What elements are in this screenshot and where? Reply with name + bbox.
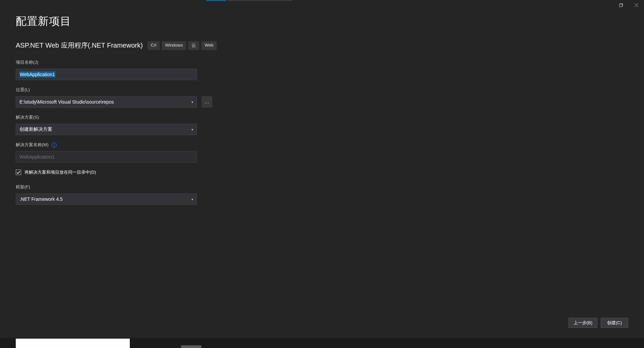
tag-cloud: 云 (188, 41, 199, 50)
restore-icon (619, 3, 623, 7)
solution-name-group: 解决方案名称(M) i (16, 142, 628, 163)
project-name-group: 项目名称(J) WebApplication1 (16, 59, 628, 80)
taskbar (0, 338, 644, 348)
project-tags: C# Windows 云 Web (148, 41, 217, 50)
create-button[interactable]: 创建(C) (601, 318, 628, 328)
tag-web: Web (201, 41, 217, 50)
svg-rect-1 (619, 4, 622, 7)
same-dir-row: 将解决方案和项目放在同一目录中(D) (16, 169, 628, 175)
location-combo[interactable]: E:\study\Microsoft Visual Studio\source\… (16, 96, 197, 108)
close-button[interactable] (629, 0, 644, 10)
tag-platform: Windows (162, 41, 186, 50)
framework-group: 框架(F) .NET Framework 4.5 ▾ (16, 184, 628, 205)
page-title: 配置新项目 (16, 14, 628, 29)
browse-button[interactable]: ... (202, 96, 212, 108)
solution-group: 解决方案(S) 创建新解决方案 ▾ (16, 114, 628, 135)
tag-language: C# (148, 41, 160, 50)
framework-value: .NET Framework 4.5 (19, 196, 63, 202)
close-icon (635, 3, 638, 7)
back-button[interactable]: 上一步(B) (569, 318, 597, 328)
main-content: 配置新项目 ASP.NET Web 应用程序(.NET Framework) C… (16, 10, 628, 348)
titlebar (0, 0, 644, 10)
project-type: ASP.NET Web 应用程序(.NET Framework) (16, 41, 143, 50)
restore-button[interactable] (613, 0, 629, 10)
solution-name-input (16, 151, 197, 163)
window-controls (613, 0, 644, 10)
chevron-down-icon: ▾ (192, 128, 193, 131)
check-icon (16, 170, 20, 174)
location-value: E:\study\Microsoft Visual Studio\source\… (19, 99, 114, 105)
solution-name-label: 解决方案名称(M) i (16, 142, 628, 148)
framework-combo[interactable]: .NET Framework 4.5 ▾ (16, 193, 197, 205)
project-name-value: WebApplication1 (19, 71, 55, 77)
chevron-down-icon: ▾ (192, 100, 193, 104)
project-name-label: 项目名称(J) (16, 59, 628, 65)
solution-combo[interactable]: 创建新解决方案 ▾ (16, 124, 197, 135)
location-label: 位置(L) (16, 87, 628, 93)
framework-label: 框架(F) (16, 184, 628, 190)
footer-buttons: 上一步(B) 创建(C) (569, 318, 628, 328)
project-name-input[interactable]: WebApplication1 (16, 69, 197, 80)
project-type-row: ASP.NET Web 应用程序(.NET Framework) C# Wind… (16, 41, 628, 50)
active-tab-indicator (206, 0, 226, 1)
same-dir-label: 将解决方案和项目放在同一目录中(D) (24, 169, 96, 175)
solution-label: 解决方案(S) (16, 114, 628, 120)
taskbar-item[interactable] (181, 345, 201, 348)
taskbar-item[interactable] (16, 339, 130, 348)
location-group: 位置(L) E:\study\Microsoft Visual Studio\s… (16, 87, 628, 108)
same-dir-checkbox[interactable] (16, 170, 21, 175)
inactive-tab-indicator (228, 0, 292, 1)
location-row: E:\study\Microsoft Visual Studio\source\… (16, 96, 628, 108)
info-icon[interactable]: i (52, 142, 57, 148)
chevron-down-icon: ▾ (192, 197, 193, 201)
solution-value: 创建新解决方案 (19, 126, 52, 132)
